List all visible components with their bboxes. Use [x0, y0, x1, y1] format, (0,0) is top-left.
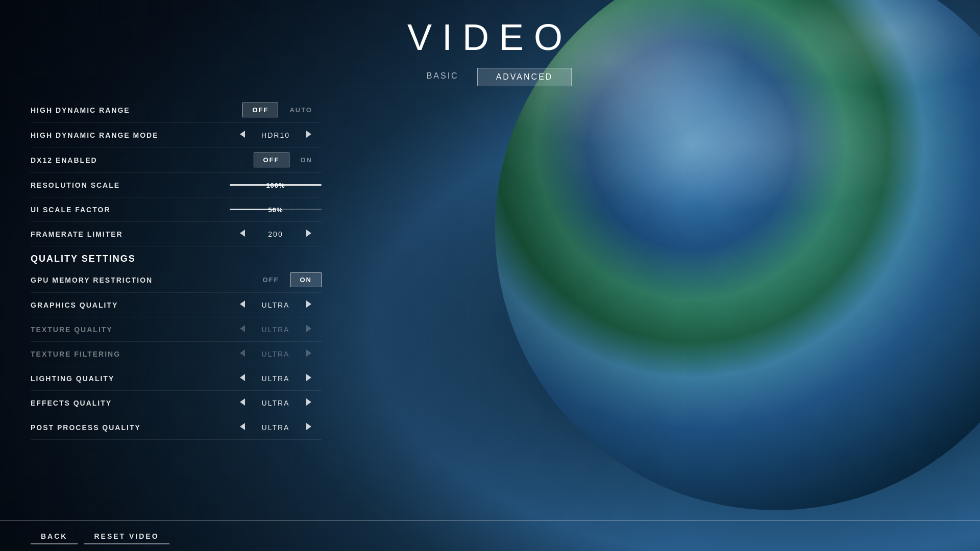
- setting-hdr-mode: HIGH DYNAMIC RANGE MODE HDR10: [31, 123, 322, 147]
- control-dx12: OFF ON: [254, 153, 322, 167]
- setting-lighting-quality: LIGHTING QUALITY ULTRA: [31, 366, 322, 391]
- post-process-value: ULTRA: [255, 423, 296, 432]
- hdr-mode-prev-button[interactable]: [238, 129, 247, 141]
- label-ui-scale: UI SCALE FACTOR: [31, 206, 230, 214]
- lighting-quality-value: ULTRA: [255, 374, 296, 383]
- setting-effects-quality: EFFECTS QUALITY ULTRA: [31, 391, 322, 415]
- control-hdr-mode: HDR10: [230, 129, 322, 141]
- setting-dx12: DX12 ENABLED OFF ON: [31, 147, 322, 173]
- setting-mesh-quality: MESH QUALITY ULTRA: [31, 440, 322, 444]
- hdr-mode-value: HDR10: [255, 131, 296, 139]
- framerate-prev-button[interactable]: [238, 228, 247, 240]
- setting-high-dynamic-range: HIGH DYNAMIC RANGE OFF AUTO: [31, 97, 322, 123]
- setting-texture-quality: TEXTURE QUALITY ULTRA: [31, 317, 322, 342]
- label-graphics-quality: GRAPHICS QUALITY: [31, 301, 230, 309]
- setting-post-process: POST PROCESS QUALITY ULTRA: [31, 415, 322, 440]
- label-dx12: DX12 ENABLED: [31, 156, 254, 164]
- control-texture-filtering: ULTRA: [230, 347, 322, 360]
- label-high-dynamic-range: HIGH DYNAMIC RANGE: [31, 106, 242, 114]
- ui-scale-slider[interactable]: 50%: [230, 204, 322, 215]
- setting-ui-scale: UI SCALE FACTOR 50%: [31, 197, 322, 222]
- control-framerate-limiter: 200: [230, 228, 322, 240]
- control-texture-quality: ULTRA: [230, 323, 322, 336]
- label-texture-quality: TEXTURE QUALITY: [31, 325, 230, 334]
- tabs-row: BASIC ADVANCED: [408, 67, 572, 86]
- texture-quality-value: ULTRA: [255, 325, 296, 334]
- control-effects-quality: ULTRA: [230, 396, 322, 409]
- settings-scroll-area[interactable]: HIGH DYNAMIC RANGE OFF AUTO HIGH DYNAMIC…: [31, 97, 327, 444]
- tab-underline: [337, 87, 643, 87]
- graphics-quality-next-button[interactable]: [304, 298, 313, 311]
- texture-filtering-next-button[interactable]: [304, 347, 313, 360]
- bottom-nav: BACK RESET VIDEO: [0, 520, 980, 551]
- texture-filtering-prev-button[interactable]: [238, 347, 247, 360]
- gpu-memory-on-button[interactable]: ON: [290, 272, 322, 287]
- hdr-off-button[interactable]: OFF: [242, 103, 278, 117]
- effects-quality-next-button[interactable]: [304, 396, 313, 409]
- settings-panel: HIGH DYNAMIC RANGE OFF AUTO HIGH DYNAMIC…: [31, 97, 327, 444]
- post-process-next-button[interactable]: [304, 421, 313, 434]
- page-title: VIDEO: [407, 16, 573, 58]
- framerate-value: 200: [255, 230, 296, 238]
- setting-gpu-memory: GPU MEMORY RESTRICTION OFF ON: [31, 267, 322, 293]
- label-resolution-scale: RESOLUTION SCALE: [31, 181, 230, 189]
- hdr-auto-button[interactable]: AUTO: [280, 103, 322, 117]
- texture-quality-next-button[interactable]: [304, 323, 313, 336]
- effects-quality-value: ULTRA: [255, 399, 296, 407]
- label-framerate-limiter: FRAMERATE LIMITER: [31, 230, 230, 238]
- setting-texture-filtering: TEXTURE FILTERING ULTRA: [31, 342, 322, 366]
- back-button[interactable]: BACK: [31, 528, 78, 544]
- lighting-quality-prev-button[interactable]: [238, 372, 247, 385]
- post-process-prev-button[interactable]: [238, 421, 247, 434]
- ui-container: VIDEO BASIC ADVANCED HIGH DYNAMIC RANGE …: [0, 0, 980, 551]
- setting-resolution-scale: RESOLUTION SCALE 100%: [31, 173, 322, 197]
- graphics-quality-prev-button[interactable]: [238, 298, 247, 311]
- dx12-on-button[interactable]: ON: [291, 153, 322, 167]
- control-graphics-quality: ULTRA: [230, 298, 322, 311]
- texture-filtering-value: ULTRA: [255, 350, 296, 358]
- tab-basic[interactable]: BASIC: [408, 67, 477, 86]
- lighting-quality-next-button[interactable]: [304, 372, 313, 385]
- framerate-next-button[interactable]: [304, 228, 313, 240]
- effects-quality-prev-button[interactable]: [238, 396, 247, 409]
- control-post-process: ULTRA: [230, 421, 322, 434]
- hdr-mode-next-button[interactable]: [304, 129, 313, 141]
- label-texture-filtering: TEXTURE FILTERING: [31, 350, 230, 358]
- ui-scale-value: 50%: [268, 206, 283, 213]
- label-effects-quality: EFFECTS QUALITY: [31, 399, 230, 407]
- control-lighting-quality: ULTRA: [230, 372, 322, 385]
- control-high-dynamic-range: OFF AUTO: [242, 103, 322, 117]
- setting-framerate-limiter: FRAMERATE LIMITER 200: [31, 222, 322, 246]
- control-gpu-memory: OFF ON: [254, 272, 322, 287]
- resolution-scale-slider[interactable]: 100%: [230, 180, 322, 191]
- quality-settings-heading-row: QUALITY SETTINGS: [31, 246, 322, 267]
- label-hdr-mode: HIGH DYNAMIC RANGE MODE: [31, 131, 230, 139]
- label-lighting-quality: LIGHTING QUALITY: [31, 374, 230, 383]
- setting-graphics-quality: GRAPHICS QUALITY ULTRA: [31, 293, 322, 317]
- control-ui-scale: 50%: [230, 204, 322, 215]
- label-gpu-memory: GPU MEMORY RESTRICTION: [31, 276, 254, 284]
- tab-advanced[interactable]: ADVANCED: [477, 68, 572, 86]
- label-post-process: POST PROCESS QUALITY: [31, 423, 230, 432]
- quality-settings-heading: QUALITY SETTINGS: [31, 254, 136, 264]
- dx12-off-button[interactable]: OFF: [254, 153, 289, 167]
- gpu-memory-off-button[interactable]: OFF: [254, 273, 288, 287]
- resolution-scale-value: 100%: [266, 181, 285, 189]
- reset-video-button[interactable]: RESET VIDEO: [84, 528, 169, 544]
- control-resolution-scale: 100%: [230, 180, 322, 191]
- texture-quality-prev-button[interactable]: [238, 323, 247, 336]
- graphics-quality-value: ULTRA: [255, 301, 296, 309]
